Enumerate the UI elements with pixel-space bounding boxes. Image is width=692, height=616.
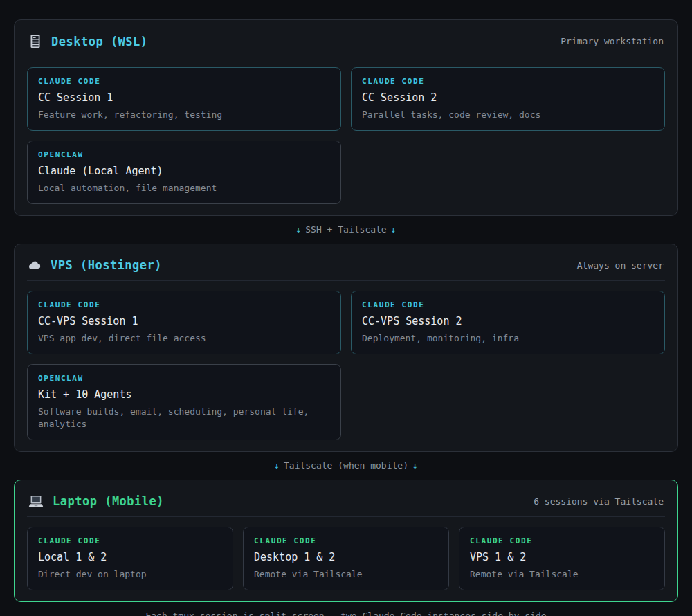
card-label: CLAUDE CODE xyxy=(254,536,438,546)
session-card-cc-vps-session-1: CLAUDE CODE CC-VPS Session 1 VPS app dev… xyxy=(27,291,341,354)
server-tower-icon xyxy=(28,34,42,48)
section-subtitle-laptop: 6 sessions via Tailscale xyxy=(534,496,664,507)
laptop-cards-grid: CLAUDE CODE Local 1 & 2 Direct dev on la… xyxy=(27,527,665,590)
section-title-vps: VPS (Hostinger) xyxy=(51,258,162,272)
session-card-cc-session-2: CLAUDE CODE CC Session 2 Parallel tasks,… xyxy=(351,67,665,131)
card-description: Remote via Tailscale xyxy=(470,568,654,581)
card-label: OPENCLAW xyxy=(38,150,330,160)
session-card-vps-1-2: CLAUDE CODE VPS 1 & 2 Remote via Tailsca… xyxy=(459,527,665,590)
card-description: Parallel tasks, code review, docs xyxy=(362,109,654,121)
connector-tailscale-mobile: ↓Tailscale (when mobile)↓ xyxy=(0,452,692,480)
desktop-cards-grid: CLAUDE CODE CC Session 1 Feature work, r… xyxy=(27,67,665,204)
card-description: Feature work, refactoring, testing xyxy=(38,109,330,121)
connector-label: SSH + Tailscale xyxy=(305,224,386,235)
section-vps-header: VPS (Hostinger) Always-on server xyxy=(27,254,665,281)
section-subtitle-vps: Always-on server xyxy=(577,260,664,271)
footer-note: Each tmux session is split-screen — two … xyxy=(0,602,692,616)
card-description: VPS app dev, direct file access xyxy=(38,332,330,345)
cloud-icon xyxy=(28,261,42,270)
card-title: CC-VPS Session 1 xyxy=(38,315,330,328)
section-title-desktop: Desktop (WSL) xyxy=(51,35,148,48)
section-subtitle-desktop: Primary workstation xyxy=(561,36,664,46)
session-card-cc-session-1: CLAUDE CODE CC Session 1 Feature work, r… xyxy=(27,67,341,131)
card-label: CLAUDE CODE xyxy=(38,77,330,87)
laptop-icon xyxy=(28,495,44,508)
card-description: Deployment, monitoring, infra xyxy=(362,332,654,345)
card-title: Local 1 & 2 xyxy=(38,551,222,564)
card-description: Direct dev on laptop xyxy=(38,568,222,581)
card-label: CLAUDE CODE xyxy=(38,300,330,310)
section-desktop-wsl: Desktop (WSL) Primary workstation CLAUDE… xyxy=(14,19,678,216)
card-title: CC Session 1 xyxy=(38,91,330,105)
down-arrow-icon: ↓ xyxy=(391,224,397,235)
card-title: CC Session 2 xyxy=(362,91,654,105)
session-card-claude-local-agent: OPENCLAW Claude (Local Agent) Local auto… xyxy=(27,141,341,204)
card-description: Remote via Tailscale xyxy=(254,568,438,581)
connector-label: Tailscale (when mobile) xyxy=(284,460,408,471)
session-card-desktop-1-2: CLAUDE CODE Desktop 1 & 2 Remote via Tai… xyxy=(243,527,449,590)
card-title: VPS 1 & 2 xyxy=(470,551,654,564)
card-description: Software builds, email, scheduling, pers… xyxy=(38,406,329,431)
section-laptop-header: Laptop (Mobile) 6 sessions via Tailscale xyxy=(27,490,665,517)
section-desktop-header: Desktop (WSL) Primary workstation xyxy=(27,30,665,57)
card-title: Kit + 10 Agents xyxy=(38,388,330,401)
session-card-cc-vps-session-2: CLAUDE CODE CC-VPS Session 2 Deployment,… xyxy=(351,291,665,354)
down-arrow-icon: ↓ xyxy=(274,460,280,471)
card-label: CLAUDE CODE xyxy=(362,300,654,310)
section-vps-hostinger: VPS (Hostinger) Always-on server CLAUDE … xyxy=(14,244,678,452)
card-label: CLAUDE CODE xyxy=(470,536,654,546)
card-description: Local automation, file management xyxy=(38,182,330,194)
card-title: Claude (Local Agent) xyxy=(38,165,330,178)
card-label: OPENCLAW xyxy=(38,374,330,383)
card-title: CC-VPS Session 2 xyxy=(362,315,654,328)
card-label: CLAUDE CODE xyxy=(362,77,654,87)
down-arrow-icon: ↓ xyxy=(412,460,418,471)
session-card-local-1-2: CLAUDE CODE Local 1 & 2 Direct dev on la… xyxy=(27,527,233,590)
session-card-kit-10-agents: OPENCLAW Kit + 10 Agents Software builds… xyxy=(27,364,341,440)
card-label: CLAUDE CODE xyxy=(38,536,222,546)
down-arrow-icon: ↓ xyxy=(295,224,301,235)
section-laptop-mobile: Laptop (Mobile) 6 sessions via Tailscale… xyxy=(14,480,678,602)
vps-cards-grid: CLAUDE CODE CC-VPS Session 1 VPS app dev… xyxy=(27,291,665,440)
card-title: Desktop 1 & 2 xyxy=(254,551,438,564)
connector-ssh-tailscale: ↓SSH + Tailscale↓ xyxy=(0,216,692,244)
section-title-laptop: Laptop (Mobile) xyxy=(53,494,164,508)
